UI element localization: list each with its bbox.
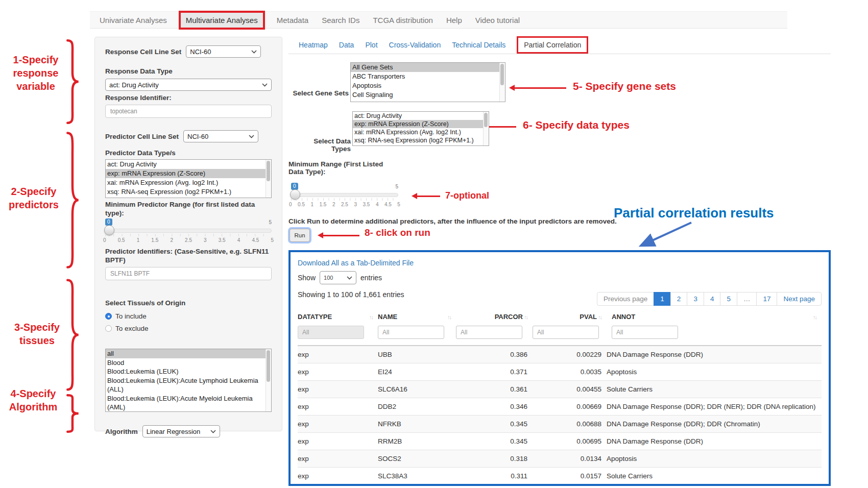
slider-value-badge: 0 (105, 218, 112, 226)
partial-correlation-results: Download All as a Tab-Delimited File Sho… (288, 250, 831, 486)
column-parcor[interactable]: PARCOR↑↓ (456, 309, 533, 325)
scrollbar[interactable] (266, 160, 271, 198)
nav-help[interactable]: Help (446, 16, 462, 25)
response-data-type-select[interactable]: act: Drug Activity (105, 79, 272, 91)
main-panel: Heatmap Data Plot Cross-Validation Techn… (288, 34, 831, 488)
annotation-step4: 4-Specify Algorithm (3, 387, 63, 413)
results-table: DATATYPE↑↓ NAME↑↓ PARCOR↑↓ PVAL↑↓ ANNOT↑… (298, 309, 822, 484)
list-item[interactable]: xai: mRNA Expression (Avg. log2 Int.) (353, 128, 489, 136)
slider-ticks (105, 234, 272, 236)
tab-heatmap[interactable]: Heatmap (299, 41, 328, 49)
nav-metadata[interactable]: Metadata (277, 16, 309, 25)
slider-track[interactable] (105, 229, 272, 233)
tab-data[interactable]: Data (339, 41, 354, 49)
predictor-identifiers-input[interactable] (105, 267, 272, 280)
step2-brace (65, 129, 81, 272)
filter-parcor[interactable] (456, 326, 522, 339)
tab-partial-correlation[interactable]: Partial Correlation (517, 36, 588, 54)
scrollbar[interactable] (499, 63, 505, 102)
list-item[interactable]: Blood:Leukemia (LEUK):Acute Myeloid Leuk… (106, 394, 271, 412)
predictor-data-types-list: act: Drug Activity exp: mRNA Expression … (105, 159, 272, 198)
slider-ticks (291, 198, 398, 201)
filter-datatype[interactable] (298, 326, 364, 339)
list-item[interactable]: xsq: RNA-seq Expression (log2 FPKM+1.) (106, 187, 271, 197)
list-item[interactable]: Blood:Leukemia (LEUK) (106, 367, 271, 376)
list-item[interactable]: xsq: RNA-seq Expression (log2 FPKM+1.) (353, 136, 489, 144)
page-3-button[interactable]: 3 (687, 292, 704, 306)
show-label: Show (298, 274, 316, 282)
filter-pval[interactable] (533, 326, 599, 339)
algorithm-label: Algorithm (105, 427, 138, 436)
page-5-button[interactable]: 5 (720, 292, 737, 306)
list-item[interactable]: Cell Signaling (351, 90, 505, 100)
data-types-list: act: Drug Activity exp: mRNA Expression … (352, 111, 489, 146)
response-cell-line-set-select[interactable]: NCI-60 (186, 45, 261, 58)
list-item[interactable]: all (106, 349, 271, 358)
list-item[interactable]: Blood:Leukemia (LEUK):Acute Lymphoid Leu… (106, 376, 271, 394)
list-item[interactable]: xai: mRNA Expression (Avg. log2 Int.) (106, 178, 271, 187)
page-4-button[interactable]: 4 (704, 292, 721, 306)
list-item[interactable]: act: Drug Activity (106, 160, 271, 169)
column-pval[interactable]: PVAL↑↓ (533, 309, 607, 325)
nav-search-ids[interactable]: Search IDs (322, 16, 359, 25)
tissue-exclude-radio[interactable]: To exclude (105, 325, 272, 332)
slider-max-label: 5 (395, 184, 398, 189)
chevron-down-icon (249, 135, 254, 138)
response-identifier-input[interactable] (105, 105, 272, 118)
algorithm-select[interactable]: Linear Regression (142, 425, 220, 437)
filter-name[interactable] (378, 326, 444, 339)
list-item[interactable]: ABC Transporters (351, 72, 505, 81)
nav-univariate-analyses[interactable]: Univariate Analyses (100, 16, 167, 25)
response-identifier-label: Response Identifier: (105, 93, 272, 102)
column-annot[interactable]: ANNOT↑↓ (607, 309, 822, 325)
top-nav: Univariate Analyses Multivariate Analyse… (90, 11, 787, 29)
scrollbar[interactable] (483, 112, 489, 145)
download-link[interactable]: Download All as a Tab-Delimited File (298, 259, 414, 267)
sort-icon[interactable]: ↑↓ (369, 314, 373, 320)
annotation-step3: 3-Specify tissues (10, 321, 64, 347)
predictor-cell-line-set-select[interactable]: NCI-60 (183, 130, 258, 142)
sort-icon[interactable]: ↑↓ (813, 314, 816, 320)
list-item[interactable]: Blood:Leukemia (LEUK):Chronic Myelogenou… (106, 412, 271, 412)
list-item[interactable]: exp: mRNA Expression (Z-Score) (353, 120, 489, 128)
page-2-button[interactable]: 2 (670, 292, 688, 306)
nav-tcga-distribution[interactable]: TCGA distribution (373, 16, 433, 25)
min-range-slider: 0 5 00.511.522.533.544.55 (291, 183, 398, 208)
previous-page-button[interactable]: Previous page (597, 292, 654, 306)
sort-icon[interactable]: ↑↓ (447, 314, 451, 320)
filter-annot[interactable] (612, 326, 678, 339)
step4-brace (65, 394, 81, 433)
list-item[interactable]: Apoptosis (351, 81, 505, 90)
nav-multivariate-analyses[interactable]: Multivariate Analyses (179, 11, 265, 30)
tab-plot[interactable]: Plot (365, 41, 377, 49)
page-17-button[interactable]: 17 (756, 292, 777, 306)
tab-technical-details[interactable]: Technical Details (452, 41, 505, 49)
radio-checked-icon (105, 313, 112, 320)
page: Univariate Analyses Multivariate Analyse… (0, 0, 868, 488)
sort-icon[interactable]: ↑↓ (598, 314, 601, 320)
tab-cross-validation[interactable]: Cross-Validation (389, 41, 441, 49)
run-button[interactable]: Run (290, 229, 310, 242)
column-datatype[interactable]: DATATYPE↑↓ (298, 309, 378, 325)
slider-tick-labels: 00.511.522.533.544.55 (103, 237, 274, 243)
slider-value-badge: 0 (291, 183, 298, 190)
list-item[interactable]: exp: mRNA Expression (Z-Score) (106, 169, 271, 178)
list-item[interactable]: Blood (106, 358, 271, 368)
next-page-button[interactable]: Next page (777, 292, 822, 306)
sidebar-panel: Response Cell Line Set NCI-60 Response D… (94, 37, 282, 431)
list-item[interactable]: All Gene Sets (351, 63, 505, 72)
data-types-label: Select Data Types (293, 137, 351, 153)
scrollbar[interactable] (266, 349, 271, 411)
column-name[interactable]: NAME↑↓ (378, 309, 456, 325)
tissue-list: all Blood Blood:Leukemia (LEUK) Blood:Le… (105, 349, 272, 412)
page-1-button[interactable]: 1 (654, 292, 671, 306)
slider-track[interactable] (291, 193, 398, 197)
sort-icon[interactable]: ↑↓ (524, 314, 527, 320)
tissue-include-radio[interactable]: To include (105, 312, 272, 320)
response-data-type-label: Response Data Type (105, 67, 272, 76)
show-entries-select[interactable]: 100 (320, 271, 356, 284)
chevron-down-icon (210, 430, 216, 433)
nav-video-tutorial[interactable]: Video tutorial (475, 16, 520, 25)
step1-brace (65, 38, 81, 126)
list-item[interactable]: act: Drug Activity (353, 112, 489, 120)
